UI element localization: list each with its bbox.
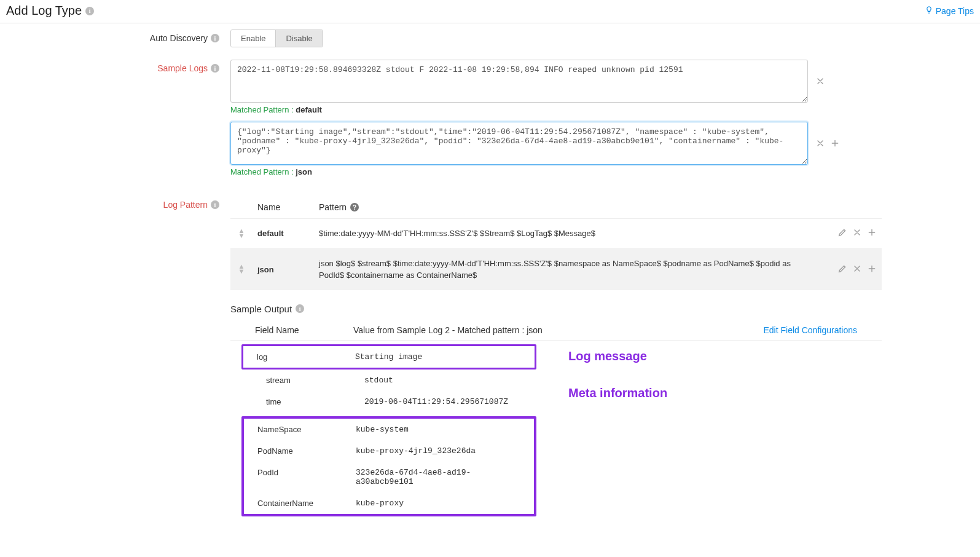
page-tips-link[interactable]: Page Tips <box>925 6 974 16</box>
chevron-down-icon[interactable]: ▼ <box>238 269 245 274</box>
output-col-field: Field Name <box>255 325 353 335</box>
matched-pattern-line: Matched Pattern : json <box>230 167 882 176</box>
output-field-name: PodId <box>257 468 356 486</box>
info-icon[interactable]: i <box>85 7 94 15</box>
output-field-value: kube-system <box>356 425 520 434</box>
output-row: NameSpacekube-system <box>244 419 534 440</box>
chevron-down-icon[interactable]: ▼ <box>238 234 245 239</box>
matched-pattern-value: json <box>296 167 312 176</box>
disable-button[interactable]: Disable <box>275 30 322 47</box>
matched-pattern-label: Matched Pattern : <box>230 105 294 114</box>
sample-actions <box>815 138 840 148</box>
info-icon[interactable]: i <box>296 304 304 313</box>
output-field-value: 2019-06-04T11:29:54.295671087Z <box>364 397 512 406</box>
output-header: Field Name Value from Sample Log 2 - Mat… <box>230 320 882 341</box>
label-sample-logs: Sample Logs i <box>12 60 230 73</box>
sample-row <box>230 60 882 103</box>
label-log-pattern: Log Pattern i <box>12 196 230 210</box>
output-row: PodNamekube-proxy-4jrl9_323e26da <box>244 440 534 462</box>
output-row: logStarting image <box>243 346 535 368</box>
pencil-icon[interactable] <box>837 264 847 274</box>
page-title: Add Log Type i <box>6 4 94 18</box>
callout-meta-info: Meta information <box>568 386 667 400</box>
pattern-row[interactable]: ▲▼jsonjson $log$ $stream$ $time:date:yyy… <box>230 248 882 290</box>
output-field-name: PodName <box>257 446 356 456</box>
plus-icon[interactable] <box>830 138 840 148</box>
close-icon[interactable] <box>852 264 862 274</box>
info-icon[interactable]: i <box>211 200 219 209</box>
edit-field-config-link[interactable]: Edit Field Configurations <box>763 325 857 335</box>
sample-log-textarea[interactable] <box>230 60 808 103</box>
output-field-name: time <box>266 397 364 406</box>
pattern-actions <box>814 219 882 249</box>
output-field-value: 323e26da-67d4-4ae8-ad19-a30abcb9e101 <box>356 468 520 486</box>
row-auto-discovery: Auto Discovery i Enable Disable <box>12 30 968 47</box>
close-icon[interactable] <box>815 76 825 86</box>
close-icon[interactable] <box>852 227 862 237</box>
output-body: logStarting image Log message streamstdo… <box>230 344 882 516</box>
col-name-header: Name <box>253 196 314 219</box>
output-field-name: stream <box>266 376 364 385</box>
output-row: PodId323e26da-67d4-4ae8-ad19-a30abcb9e10… <box>244 462 534 492</box>
pattern-table: Name Pattern ? ▲▼default$time:date:yyyy-… <box>230 196 882 290</box>
info-icon[interactable]: i <box>211 64 219 73</box>
row-sample-logs: Sample Logs i Matched Pattern : defaultM… <box>12 60 968 184</box>
plus-icon[interactable] <box>867 227 877 237</box>
matched-pattern-line: Matched Pattern : default <box>230 105 882 114</box>
sample-actions <box>815 76 825 86</box>
close-icon[interactable] <box>815 138 825 148</box>
sample-output-heading-text: Sample Output <box>230 304 292 314</box>
help-icon[interactable]: ? <box>350 203 359 211</box>
matched-pattern-label: Matched Pattern : <box>230 167 294 176</box>
pattern-text: json $log$ $stream$ $time:date:yyyy-MM-d… <box>314 248 814 290</box>
bulb-icon <box>925 6 933 16</box>
page-title-text: Add Log Type <box>6 4 82 18</box>
output-field-value: stdout <box>364 376 512 385</box>
pattern-text: $time:date:yyyy-MM-dd'T'HH:mm:ss.SSS'Z'$… <box>314 219 814 249</box>
pattern-name: json <box>253 248 314 290</box>
output-field-value: kube-proxy-4jrl9_323e26da <box>356 446 520 456</box>
form-area: Auto Discovery i Enable Disable Sample L… <box>0 23 980 547</box>
reorder-handle[interactable]: ▲▼ <box>235 264 248 274</box>
output-field-name: log <box>257 352 355 361</box>
col-pattern-header: Pattern ? <box>314 196 814 219</box>
output-row: ContainerNamekube-proxy <box>244 492 534 514</box>
log-pattern-value: Name Pattern ? ▲▼default$time:date:yyyy-… <box>230 196 882 516</box>
label-sample-logs-text: Sample Logs <box>157 63 208 73</box>
info-icon[interactable]: i <box>211 34 219 42</box>
plain-rows: streamstdouttime2019-06-04T11:29:54.2956… <box>241 369 536 413</box>
sample-logs-value: Matched Pattern : defaultMatched Pattern… <box>230 60 882 184</box>
row-log-pattern: Log Pattern i Name Pattern ? <box>12 196 968 516</box>
auto-discovery-value: Enable Disable <box>230 30 882 47</box>
output-field-name: ContainerName <box>257 499 356 508</box>
pattern-row[interactable]: ▲▼default$time:date:yyyy-MM-dd'T'HH:mm:s… <box>230 219 882 249</box>
callout-log-message: Log message <box>568 349 647 363</box>
label-auto-discovery-text: Auto Discovery <box>150 33 208 43</box>
reorder-handle[interactable]: ▲▼ <box>235 229 248 238</box>
label-log-pattern-text: Log Pattern <box>163 200 208 210</box>
label-auto-discovery: Auto Discovery i <box>12 30 230 43</box>
auto-discovery-toggle: Enable Disable <box>230 30 323 47</box>
page-header: Add Log Type i Page Tips <box>0 0 980 23</box>
output-row: streamstdout <box>241 369 536 391</box>
pencil-icon[interactable] <box>837 227 847 237</box>
output-row: time2019-06-04T11:29:54.295671087Z <box>241 391 536 413</box>
sample-output-heading: Sample Output i <box>230 304 882 314</box>
output-field-value: Starting image <box>355 352 521 361</box>
col-pattern-header-text: Pattern <box>319 202 347 212</box>
highlight-log-message: logStarting image <box>241 344 536 369</box>
sample-row <box>230 122 882 165</box>
output-field-name: NameSpace <box>257 425 356 434</box>
enable-button[interactable]: Enable <box>231 30 275 47</box>
pattern-name: default <box>253 219 314 249</box>
pattern-actions <box>814 248 882 290</box>
plus-icon[interactable] <box>867 264 877 274</box>
output-col-value: Value from Sample Log 2 - Matched patter… <box>353 325 763 335</box>
page-tips-text: Page Tips <box>936 6 974 16</box>
matched-pattern-value: default <box>296 105 322 114</box>
highlight-meta-info: Meta information NameSpacekube-systemPod… <box>241 416 536 516</box>
output-field-value: kube-proxy <box>356 499 520 508</box>
sample-log-textarea[interactable] <box>230 122 808 165</box>
